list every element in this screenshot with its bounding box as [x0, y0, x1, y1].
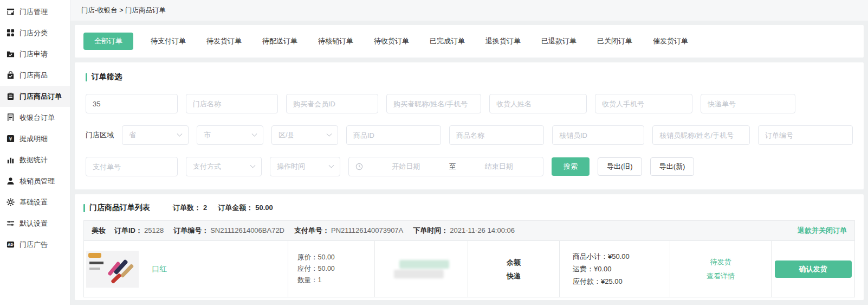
- tab-return-exchange[interactable]: 退换货订单: [482, 33, 524, 50]
- svg-text:¥: ¥: [9, 136, 12, 142]
- order-list-stats: 订单数：2 订单金额：50.00: [173, 203, 273, 213]
- sidebar-item-label: 门店广告: [20, 240, 48, 250]
- refund-and-close-link[interactable]: 退款并关闭订单: [798, 226, 847, 236]
- store-name-input[interactable]: [186, 94, 278, 113]
- section-accent-bar: [86, 73, 87, 81]
- svg-text:AD: AD: [8, 243, 14, 247]
- verifier-info-input[interactable]: [652, 125, 750, 145]
- order-number-input[interactable]: [758, 125, 853, 145]
- sidebar-item-store-goods-orders[interactable]: 门店商品订单: [0, 86, 70, 107]
- sidebar: 门店管理 门店分类 门店申请 门店商品 门店商品订单: [0, 0, 70, 305]
- amount-due: 应付款：¥25.00: [573, 275, 630, 288]
- store-id-input[interactable]: [86, 94, 178, 113]
- filter-row-2: 门店区域 省 市 区/县: [86, 125, 853, 145]
- sliders-icon: [6, 219, 15, 228]
- storefront-icon: [6, 8, 15, 16]
- totals-cell: 商品小计：¥50.00 运费：¥0.00 应付款：¥25.00: [560, 241, 670, 297]
- sidebar-item-label: 默认设置: [20, 219, 48, 228]
- order-list-title: 门店商品订单列表: [83, 203, 150, 213]
- city-select[interactable]: 市: [197, 125, 263, 145]
- chevron-down-icon: [252, 131, 257, 136]
- sidebar-item-label: 门店管理: [20, 7, 48, 17]
- breadcrumb: 门店-收银台 > 门店商品订单: [70, 0, 868, 21]
- consignee-phone-input[interactable]: [595, 94, 692, 113]
- search-button[interactable]: 搜索: [552, 157, 590, 176]
- payment-method-placeholder: 支付方式: [193, 162, 221, 171]
- export-old-button[interactable]: 导出(旧): [598, 157, 642, 176]
- chevron-down-icon: [177, 131, 183, 136]
- payment-method-select[interactable]: 支付方式: [186, 157, 262, 176]
- operation-time-placeholder: 操作时间: [277, 162, 305, 171]
- order-list-title-text: 门店商品订单列表: [89, 203, 150, 213]
- confirm-shipment-button[interactable]: 确认发货: [775, 260, 852, 278]
- promo-badge: [88, 253, 101, 258]
- sidebar-item-verifier-management[interactable]: 核销员管理: [0, 170, 70, 192]
- tab-pending-receipt[interactable]: 待收货订单: [371, 33, 412, 50]
- export-new-button[interactable]: 导出(新): [650, 157, 695, 176]
- buyer-info-redacted: [394, 260, 449, 278]
- order-list-header: 门店商品订单列表 订单数：2 订单金额：50.00: [83, 203, 855, 213]
- consignee-name-input[interactable]: [489, 94, 587, 113]
- filter-row-1: [86, 94, 853, 113]
- tracking-number-input[interactable]: [701, 94, 795, 113]
- tab-closed[interactable]: 已关闭订单: [594, 33, 636, 50]
- main-content: 门店-收银台 > 门店商品订单 全部订单 待支付订单 待发货订单 待配送订单 待…: [70, 0, 868, 305]
- province-select[interactable]: 省: [122, 125, 189, 145]
- status-cell: 待发货 查看详情: [670, 241, 772, 297]
- sidebar-item-label: 门店商品: [20, 71, 48, 80]
- region-label: 门店区域: [86, 130, 114, 140]
- sidebar-item-data-statistics[interactable]: 数据统计: [0, 149, 70, 170]
- redacted-bar: [394, 270, 444, 278]
- tab-urge-shipment[interactable]: 催发货订单: [650, 33, 691, 50]
- product-name-link[interactable]: 口红: [152, 264, 167, 274]
- sidebar-item-cashier-orders[interactable]: 收银台订单: [0, 107, 70, 128]
- buyer-member-id-input[interactable]: [286, 94, 378, 113]
- buyer-info-input[interactable]: [386, 94, 481, 113]
- product-thumbnail: [86, 251, 139, 288]
- date-range-separator: 至: [449, 162, 456, 171]
- tab-all-orders[interactable]: 全部订单: [83, 33, 133, 50]
- chevron-down-icon: [329, 162, 334, 168]
- order-list-panel: 门店商品订单列表 订单数：2 订单金额：50.00 美妆 订单ID：25128 …: [75, 194, 864, 300]
- verifier-id-input[interactable]: [552, 125, 644, 145]
- filter-section-title: 订单筛选: [86, 72, 853, 82]
- sidebar-item-label: 基础设置: [20, 198, 48, 207]
- sidebar-item-commission-details[interactable]: ¥ 提成明细: [0, 128, 70, 149]
- date-range-picker[interactable]: 开始日期 至 结束日期: [348, 157, 543, 176]
- chevron-down-icon: [327, 131, 332, 136]
- sidebar-item-store-ads[interactable]: AD 门店广告: [0, 234, 70, 255]
- operation-time-select[interactable]: 操作时间: [270, 157, 340, 176]
- subtotal: 商品小计：¥50.00: [573, 250, 630, 263]
- tab-pending-verification[interactable]: 待核销订单: [315, 33, 357, 50]
- action-cell: 确认发货: [772, 241, 854, 297]
- district-select[interactable]: 区/县: [271, 125, 338, 145]
- user-icon: [6, 177, 15, 186]
- filter-title-text: 订单筛选: [92, 72, 122, 82]
- payment-delivery-cell: 余额 快递: [468, 241, 560, 297]
- view-details-link[interactable]: 查看详情: [707, 269, 735, 283]
- sidebar-item-label: 数据统计: [20, 155, 48, 165]
- product-name-input[interactable]: [449, 125, 544, 145]
- payment-number-input[interactable]: [86, 157, 178, 176]
- sidebar-item-basic-settings[interactable]: 基础设置: [0, 192, 70, 213]
- sidebar-item-store-goods[interactable]: 门店商品: [0, 65, 70, 86]
- sidebar-item-store-management[interactable]: 门店管理: [0, 1, 70, 22]
- order-body-row: 口红 原价：50.00 应付：50.00 数量：1: [84, 241, 854, 297]
- tab-completed[interactable]: 已完成订单: [426, 33, 468, 50]
- end-date-placeholder: 结束日期: [462, 162, 537, 171]
- original-price: 原价：50.00: [297, 252, 335, 263]
- order-time: 下单时间：2021-11-26 14:00:06: [413, 226, 515, 236]
- tab-pending-delivery[interactable]: 待配送订单: [259, 33, 301, 50]
- tab-pending-shipment[interactable]: 待发货订单: [203, 33, 245, 50]
- sidebar-item-store-category[interactable]: 门店分类: [0, 22, 70, 43]
- gear-icon: [6, 198, 15, 207]
- category-grid-icon: [6, 29, 15, 37]
- sidebar-item-store-application[interactable]: 门店申请: [0, 43, 70, 65]
- tab-pending-payment[interactable]: 待支付订单: [147, 33, 189, 50]
- tab-refunded[interactable]: 已退款订单: [538, 33, 580, 50]
- thumbnail-text-decoration: [89, 262, 103, 264]
- order-count: 订单数：2: [173, 203, 207, 213]
- product-id-input[interactable]: [346, 125, 441, 145]
- sidebar-item-label: 门店申请: [20, 49, 48, 59]
- sidebar-item-default-settings[interactable]: 默认设置: [0, 213, 70, 234]
